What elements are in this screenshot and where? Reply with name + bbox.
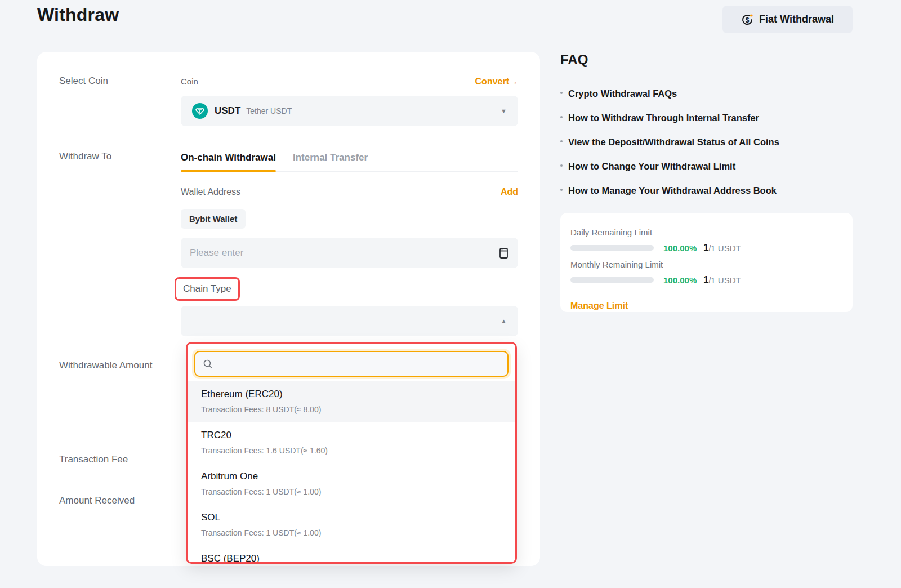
bullet-icon	[560, 116, 563, 118]
withdrawal-limits-card: Daily Remaining Limit 100.00% 1 /1 USDT …	[560, 213, 853, 312]
coin-symbol: USDT	[215, 105, 240, 117]
chain-option-ethereum-erc20[interactable]: Ethereum (ERC20) Transaction Fees: 8 USD…	[188, 381, 515, 422]
manage-limit-link[interactable]: Manage Limit	[570, 301, 628, 311]
withdraw-tabs: On-chain Withdrawal Internal Transfer	[181, 152, 518, 172]
chain-type-select[interactable]: ▲	[181, 306, 518, 336]
monthly-limit-progressbar	[570, 277, 654, 283]
bullet-icon	[560, 189, 563, 191]
chain-option-fee: Transaction Fees: 1 USDT(≈ 1.00)	[201, 487, 502, 496]
daily-limit-row: 100.00% 1 /1 USDT	[570, 243, 842, 253]
daily-limit-used: 1	[703, 243, 708, 253]
chain-option-sol[interactable]: SOL Transaction Fees: 1 USDT(≈ 1.00)	[188, 505, 515, 546]
faq-link-manage-address-book[interactable]: How to Manage Your Withdrawal Address Bo…	[560, 184, 853, 197]
chain-option-name: SOL	[201, 512, 502, 523]
usdt-coin-icon	[192, 103, 208, 119]
search-icon	[203, 359, 213, 369]
faq-link-label: How to Withdraw Through Internal Transfe…	[568, 112, 759, 124]
coin-fullname: Tether USDT	[246, 106, 292, 115]
monthly-limit-row: 100.00% 1 /1 USDT	[570, 275, 842, 285]
chain-option-fee: Transaction Fees: 1 USDT(≈ 1.00)	[201, 528, 502, 537]
chain-option-fee: Transaction Fees: 8 USDT(≈ 8.00)	[201, 405, 502, 414]
select-coin-label: Select Coin	[59, 75, 108, 87]
chain-option-trc20[interactable]: TRC20 Transaction Fees: 1.6 USDT(≈ 1.60)	[188, 422, 515, 464]
coin-field-label: Coin	[181, 77, 198, 86]
faq-link-label: How to Manage Your Withdrawal Address Bo…	[568, 184, 777, 197]
faq-link-change-withdrawal-limit[interactable]: How to Change Your Withdrawal Limit	[560, 160, 853, 172]
chain-option-bsc-bep20[interactable]: BSC (BEP20)	[188, 546, 515, 564]
faq-link-label: View the Deposit/Withdrawal Status of Al…	[568, 136, 779, 148]
chain-type-label: Chain Type	[183, 283, 231, 294]
convert-link[interactable]: Convert→	[475, 77, 518, 87]
transaction-fee-label: Transaction Fee	[59, 454, 128, 465]
convert-link-label: Convert	[475, 77, 509, 86]
tab-onchain-withdrawal[interactable]: On-chain Withdrawal	[181, 152, 276, 171]
withdraw-to-label: Withdraw To	[59, 151, 111, 162]
chevron-down-icon: ▼	[501, 108, 507, 114]
chain-option-fee: Transaction Fees: 1.6 USDT(≈ 1.60)	[201, 446, 502, 455]
daily-limit-percent: 100.00%	[663, 243, 697, 253]
faq-link-label: How to Change Your Withdrawal Limit	[568, 160, 735, 172]
faq-link-crypto-withdrawal-faqs[interactable]: Crypto Withdrawal FAQs	[560, 87, 853, 100]
svg-text:$: $	[746, 16, 750, 24]
coin-select[interactable]: USDT Tether USDT ▼	[181, 96, 518, 126]
chain-option-name: TRC20	[201, 430, 502, 441]
tab-internal-transfer[interactable]: Internal Transfer	[293, 152, 368, 171]
wallet-address-label: Wallet Address	[181, 187, 240, 197]
faq-link-label: Crypto Withdrawal FAQs	[568, 87, 677, 100]
chain-type-label-highlight: Chain Type	[175, 277, 240, 301]
fiat-currency-icon: $ +	[741, 14, 753, 26]
chain-option-arbitrum-one[interactable]: Arbitrum One Transaction Fees: 1 USDT(≈ …	[188, 464, 515, 505]
faq-link-deposit-withdrawal-status[interactable]: View the Deposit/Withdrawal Status of Al…	[560, 136, 853, 148]
chain-search-wrap	[194, 351, 509, 377]
chain-option-name: BSC (BEP20)	[201, 553, 502, 564]
daily-limit-label: Daily Remaining Limit	[570, 228, 842, 237]
fiat-withdrawal-label: Fiat Withdrawal	[759, 14, 834, 25]
daily-limit-total: /1 USDT	[708, 243, 741, 253]
chevron-up-icon: ▲	[501, 318, 507, 324]
monthly-limit-total: /1 USDT	[708, 275, 741, 285]
faq-title: FAQ	[560, 52, 588, 68]
bullet-icon	[560, 92, 563, 94]
add-address-link[interactable]: Add	[501, 187, 518, 197]
daily-limit-progressbar	[570, 245, 654, 251]
address-input-wrap	[181, 238, 518, 268]
page-title: Withdraw	[37, 5, 119, 25]
faq-list: Crypto Withdrawal FAQs How to Withdraw T…	[560, 87, 853, 208]
chain-option-name: Arbitrum One	[201, 471, 502, 482]
chain-search-input[interactable]	[218, 359, 500, 369]
arrow-right-icon: →	[509, 77, 518, 86]
faq-link-internal-transfer[interactable]: How to Withdraw Through Internal Transfe…	[560, 112, 853, 124]
monthly-limit-percent: 100.00%	[663, 275, 697, 285]
fiat-withdrawal-button[interactable]: $ + Fiat Withdrawal	[722, 6, 853, 33]
bullet-icon	[560, 140, 563, 142]
address-book-icon[interactable]	[498, 247, 509, 259]
wallet-address-input[interactable]	[190, 247, 498, 259]
monthly-limit-label: Monthly Remaining Limit	[570, 260, 842, 269]
bullet-icon	[560, 164, 563, 167]
amount-received-label: Amount Received	[59, 495, 135, 506]
withdrawable-amount-label: Withdrawable Amount	[59, 360, 152, 371]
chain-type-dropdown: Ethereum (ERC20) Transaction Fees: 8 USD…	[186, 342, 517, 564]
monthly-limit-used: 1	[703, 275, 708, 285]
svg-text:+: +	[750, 14, 753, 19]
chain-option-name: Ethereum (ERC20)	[201, 389, 502, 400]
bybit-wallet-chip[interactable]: Bybit Wallet	[181, 209, 246, 229]
